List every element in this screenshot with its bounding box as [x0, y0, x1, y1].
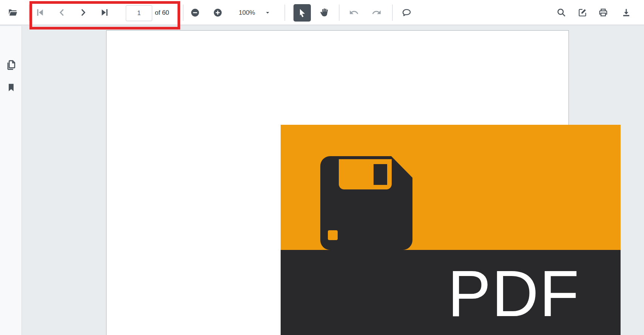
page-count-label: of 60 — [155, 0, 169, 25]
toolbar-separator — [284, 5, 285, 21]
search-icon — [556, 8, 566, 17]
zoom-out-icon — [190, 8, 200, 17]
pan-tool-button[interactable] — [317, 6, 330, 19]
zoom-in-button[interactable] — [211, 6, 224, 19]
next-page-button[interactable] — [77, 6, 90, 19]
cursor-select-icon — [297, 8, 307, 18]
download-icon — [621, 8, 631, 17]
zoom-level-dropdown[interactable]: 100% — [231, 0, 280, 25]
previous-page-icon — [57, 8, 66, 17]
previous-page-button[interactable] — [56, 6, 68, 19]
hand-pan-icon — [319, 8, 329, 17]
toolbar-separator — [339, 5, 340, 21]
zoom-level-value: 100% — [239, 9, 255, 17]
comment-bubble-icon — [402, 8, 412, 18]
print-icon — [598, 8, 608, 17]
toolbar-separator — [29, 5, 29, 21]
toolbar: of 60 100% — [0, 0, 644, 25]
first-page-button[interactable] — [34, 6, 46, 19]
open-folder-icon — [7, 8, 18, 17]
book-cover: PDF Succinctly — [281, 125, 621, 335]
cover-title: PDF — [448, 261, 580, 326]
zoom-in-icon — [213, 8, 222, 17]
toolbar-separator — [183, 5, 184, 21]
last-page-icon — [100, 8, 110, 17]
first-page-icon — [35, 8, 45, 17]
page-thumbnails-icon — [5, 59, 17, 71]
comment-button[interactable] — [400, 6, 413, 19]
page-thumbnails-button[interactable] — [4, 58, 18, 72]
floppy-disk-icon — [320, 156, 412, 250]
caret-down-icon — [265, 10, 270, 16]
floppy-notch — [328, 230, 338, 240]
bookmark-button[interactable] — [4, 80, 18, 95]
last-page-button[interactable] — [98, 6, 111, 19]
redo-icon — [372, 8, 381, 17]
bookmark-icon — [6, 82, 16, 93]
selection-tool-button[interactable] — [293, 4, 311, 22]
undo-button[interactable] — [347, 6, 360, 19]
annotation-edit-icon — [578, 8, 587, 17]
zoom-out-button[interactable] — [188, 6, 201, 19]
annotation-edit-button[interactable] — [576, 6, 589, 19]
open-document-button[interactable] — [6, 6, 19, 19]
toolbar-separator — [392, 5, 393, 21]
side-panel — [0, 26, 22, 335]
floppy-shutter — [374, 164, 387, 185]
next-page-icon — [79, 8, 88, 17]
pdf-page: PDF Succinctly — [106, 30, 569, 335]
download-button[interactable] — [620, 6, 633, 19]
floppy-label — [339, 159, 392, 189]
page-number-input[interactable] — [126, 5, 152, 21]
undo-icon — [349, 8, 359, 17]
print-button[interactable] — [597, 6, 610, 19]
search-button[interactable] — [555, 6, 568, 19]
redo-button[interactable] — [370, 6, 383, 19]
